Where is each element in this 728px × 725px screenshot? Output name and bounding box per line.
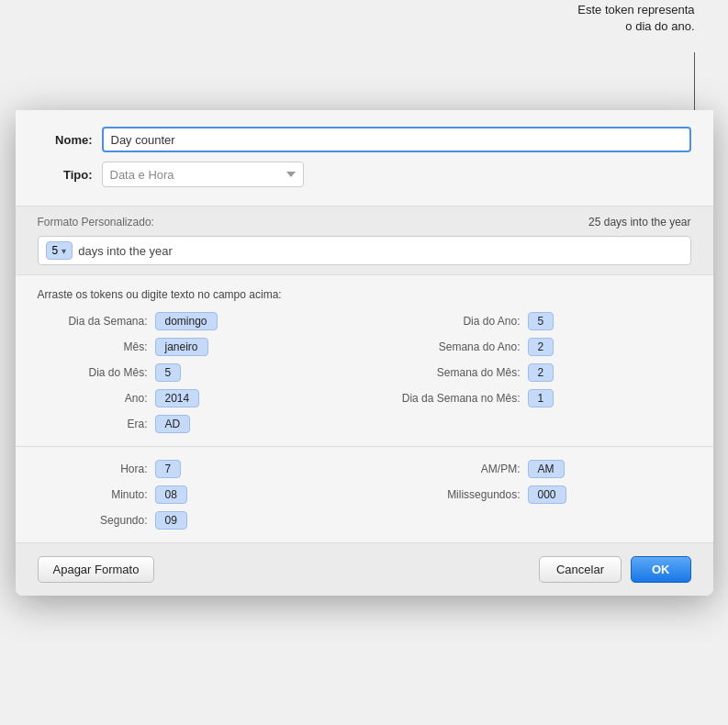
token-chip-semana-mes[interactable]: 2 [528, 363, 554, 382]
delete-format-button[interactable]: Apagar Formato [38, 556, 155, 583]
token-label-dia-mes: Dia do Mês: [38, 366, 148, 379]
token-chip-ampm[interactable]: AM [528, 460, 565, 478]
format-header: Formato Personalizado: 25 days into the … [38, 216, 691, 229]
token-row-minuto: Minuto: 08 [38, 485, 355, 504]
token-label-minuto: Minuto: [38, 488, 148, 501]
token-chip-milissegundos[interactable]: 000 [528, 485, 566, 504]
token-label-mes: Mês: [38, 340, 148, 353]
nome-row: Nome: [38, 127, 691, 152]
format-token-badge[interactable]: 5 ▾ [46, 241, 73, 260]
tipo-row: Tipo: Data e Hora [38, 162, 691, 187]
token-label-dia-semana: Dia da Semana: [38, 315, 148, 328]
token-chip-dia-ano[interactable]: 5 [528, 312, 554, 330]
tokens-grid: Dia da Semana: domingo Mês: janeiro Dia … [38, 312, 691, 433]
token-chip-era[interactable]: AD [155, 415, 191, 433]
token-label-ampm: AM/PM: [374, 463, 521, 475]
token-row-dia-semana: Dia da Semana: domingo [38, 312, 355, 330]
tokens-left-col: Dia da Semana: domingo Mês: janeiro Dia … [38, 312, 355, 433]
right-buttons: Cancelar OK [539, 556, 691, 583]
token-row-dia-mes: Dia do Mês: 5 [38, 363, 355, 382]
format-preview: 25 days into the year [588, 216, 690, 229]
token-chip-segundo[interactable]: 09 [155, 511, 187, 530]
nome-label: Nome: [38, 133, 93, 147]
token-label-milissegundos: Milissegundos: [374, 488, 521, 501]
token-chip-dia-mes[interactable]: 5 [155, 363, 182, 382]
time-left-col: Hora: 7 Minuto: 08 Segundo: 09 [38, 460, 355, 530]
token-row-ano: Ano: 2014 [38, 389, 355, 407]
time-grid: Hora: 7 Minuto: 08 Segundo: 09 AM/P [38, 460, 691, 530]
token-label-semana-mes: Semana do Mês: [374, 366, 521, 379]
token-label-era: Era: [38, 418, 148, 430]
nome-input[interactable] [102, 127, 691, 152]
section-tokens: Arraste os tokens ou digite texto no cam… [16, 275, 713, 447]
tooltip-line1: Este token representa [577, 3, 694, 17]
time-right-col: AM/PM: AM Milissegundos: 000 [374, 460, 691, 530]
tipo-label: Tipo: [38, 168, 93, 182]
format-label: Formato Personalizado: [38, 216, 154, 229]
token-label-segundo: Segundo: [38, 514, 148, 527]
token-label-semana-ano: Semana do Ano: [374, 340, 521, 353]
token-label-hora: Hora: [38, 463, 148, 475]
tipo-select[interactable]: Data e Hora [102, 162, 304, 187]
format-field[interactable]: 5 ▾ days into the year [38, 236, 691, 265]
token-row-dia-ano: Dia do Ano: 5 [374, 312, 691, 330]
format-text: days into the year [78, 244, 173, 258]
token-row-ampm: AM/PM: AM [374, 460, 691, 478]
token-row-era: Era: AD [38, 415, 355, 433]
section-time: Hora: 7 Minuto: 08 Segundo: 09 AM/P [16, 447, 713, 543]
token-label-dia-semana-mes: Dia da Semana no Mês: [374, 392, 521, 405]
token-chip-semana-ano[interactable]: 2 [528, 338, 554, 356]
token-chip-dia-semana[interactable]: domingo [155, 312, 218, 330]
token-row-semana-mes: Semana do Mês: 2 [374, 363, 691, 382]
ok-button[interactable]: OK [631, 556, 691, 583]
token-row-segundo: Segundo: 09 [38, 511, 355, 530]
tooltip: Este token representa o dia do ano. [577, 2, 694, 35]
tooltip-line2: o dia do ano. [625, 19, 694, 33]
section-buttons: Apagar Formato Cancelar OK [16, 543, 713, 596]
dialog: Nome: Tipo: Data e Hora Formato Personal… [16, 110, 713, 596]
tokens-right-col: Dia do Ano: 5 Semana do Ano: 2 Semana do… [374, 312, 691, 433]
cancel-button[interactable]: Cancelar [539, 556, 622, 583]
format-token-arrow: ▾ [62, 246, 66, 256]
token-row-semana-ano: Semana do Ano: 2 [374, 338, 691, 356]
format-token-value: 5 [52, 244, 59, 257]
section-format: Formato Personalizado: 25 days into the … [16, 206, 713, 275]
token-row-dia-semana-mes: Dia da Semana no Mês: 1 [374, 389, 691, 407]
tokens-title: Arraste os tokens ou digite texto no cam… [38, 288, 691, 301]
section-top: Nome: Tipo: Data e Hora [16, 110, 713, 206]
token-chip-minuto[interactable]: 08 [155, 485, 187, 504]
token-row-mes: Mês: janeiro [38, 338, 355, 356]
token-chip-ano[interactable]: 2014 [155, 389, 200, 407]
token-chip-hora[interactable]: 7 [155, 460, 182, 478]
token-row-milissegundos: Milissegundos: 000 [374, 485, 691, 504]
token-chip-dia-semana-mes[interactable]: 1 [528, 389, 554, 407]
token-row-hora: Hora: 7 [38, 460, 355, 478]
token-label-dia-ano: Dia do Ano: [374, 315, 521, 328]
token-label-ano: Ano: [38, 392, 148, 405]
token-chip-mes[interactable]: janeiro [155, 338, 208, 356]
